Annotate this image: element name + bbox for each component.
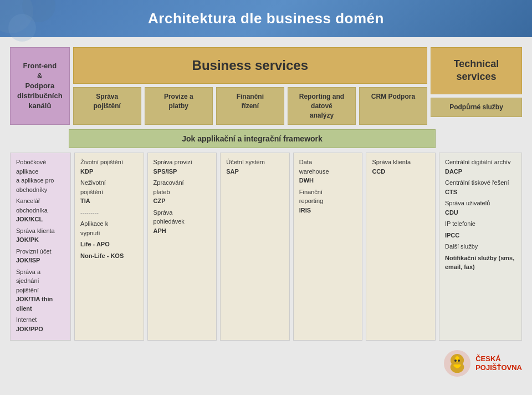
- bs3-detail: Účetní systémSAP: [220, 153, 290, 341]
- ts-line: Další služby: [445, 242, 516, 251]
- main-content: Front-end&Podporadistribučníchkanálů Bus…: [0, 37, 532, 346]
- jok-row: Jok applikační a integrační framework: [10, 129, 522, 148]
- svg-point-5: [458, 359, 460, 362]
- company-name: ČESKÁPOJIŠŤOVNA: [475, 355, 522, 373]
- ts-detail: Centrální digitální archívDACP Centrální…: [439, 153, 522, 341]
- bs4-detail: DatawarehouseDWH FinančníreportingIRIS: [293, 153, 363, 341]
- frontend-box: Front-end&Podporadistribučníchkanálů: [10, 47, 70, 125]
- fe-line: InternetJOK/PPO: [16, 315, 65, 333]
- bs1-line: Life - APO: [80, 240, 138, 249]
- technical-services-label: Technical services: [454, 58, 499, 82]
- bs-col-4: Reporting anddatovéanalýzy: [288, 87, 356, 125]
- ts-line: Notifikační služby (sms,email, fax): [445, 254, 516, 272]
- bs2-line: ZpracováníplatebCZP: [154, 178, 211, 206]
- bs-col-2: Provize aplatby: [145, 87, 213, 125]
- business-services-container: Business services Správapojištění Proviz…: [73, 47, 427, 125]
- ts-line: IP telefonie: [445, 219, 516, 229]
- bs2-line: Správa provizíSPS/ISP: [154, 158, 211, 176]
- bs-col-5: CRM Podpora: [359, 87, 427, 125]
- bs1-line: Životní pojištěníKDP: [80, 158, 138, 176]
- page-title: Architektura dle business domén: [0, 0, 532, 37]
- bs1-line: Aplikace kvypnutí: [80, 219, 138, 237]
- header-title-text: Architektura dle business domén: [148, 10, 384, 27]
- bs2-detail: Správa provizíSPS/ISP ZpracováníplatebCZ…: [147, 153, 217, 341]
- ts-line: IPCC: [445, 231, 516, 240]
- business-services-label: Business services: [192, 58, 308, 73]
- fe-line: Správa klientaJOK/PK: [16, 226, 65, 245]
- bs2-line: SprávapohledávekAPH: [154, 208, 211, 236]
- ts-line: Centrální tiskové řešeníCTS: [445, 178, 516, 196]
- svg-point-4: [454, 359, 457, 362]
- bs3-line: Účetní systémSAP: [226, 158, 284, 176]
- bottom-section: Pobočkové aplikacea aplikace proobchodní…: [10, 153, 522, 341]
- technical-services-header: Technical services: [431, 47, 522, 94]
- bs1-line: NeživotnípojištěníTIA: [80, 178, 138, 206]
- frontend-label: Front-end&Podporadistribučníchkanálů: [17, 61, 63, 112]
- fe-line: Pobočkové aplikacea aplikace proobchodní…: [16, 158, 65, 194]
- cp-emblem-icon: [443, 350, 471, 377]
- fe-line: Správa a sjednánípojištěníJOK/TIA thin c…: [16, 267, 65, 313]
- ts-line: Centrální digitální archívDACP: [445, 158, 516, 176]
- bs1-detail: Životní pojištěníKDP NeživotnípojištěníT…: [74, 153, 144, 341]
- fe-line: Provizní účetJOK/ISP: [16, 247, 65, 265]
- bs-col-1: Správapojištění: [73, 87, 141, 125]
- technical-services-container: Technical services Podpůrné služby: [431, 47, 522, 125]
- bs1-line: Non-Life - KOS: [80, 251, 138, 261]
- top-section: Front-end&Podporadistribučníchkanálů Bus…: [10, 47, 522, 125]
- frontend-detail: Pobočkové aplikacea aplikace proobchodní…: [10, 153, 71, 341]
- business-services-columns: Správapojištění Provize aplatby Finanční…: [73, 87, 427, 125]
- fe-line: Kancelář obchodníkaJOK/KCL: [16, 196, 65, 224]
- bs-col-3: Finančnířízení: [216, 87, 284, 125]
- ts-col: Podpůrné služby: [431, 98, 522, 117]
- bs4-line: DatawarehouseDWH: [299, 158, 357, 185]
- jok-label: Jok applikační a integrační framework: [182, 134, 323, 143]
- bs5-line: Správa klientaCCD: [372, 158, 429, 176]
- bs1-separator: ---------: [80, 208, 138, 217]
- footer: ČESKÁPOJIŠŤOVNA: [0, 346, 532, 382]
- business-services-header: Business services: [73, 47, 427, 84]
- cp-logo: ČESKÁPOJIŠŤOVNA: [443, 350, 522, 377]
- ts-line: Správa uživatelůCDU: [445, 199, 516, 217]
- bs5-detail: Správa klientaCCD: [366, 153, 436, 341]
- jok-bar: Jok applikační a integrační framework: [69, 129, 436, 148]
- bs4-line: FinančníreportingIRIS: [299, 188, 357, 215]
